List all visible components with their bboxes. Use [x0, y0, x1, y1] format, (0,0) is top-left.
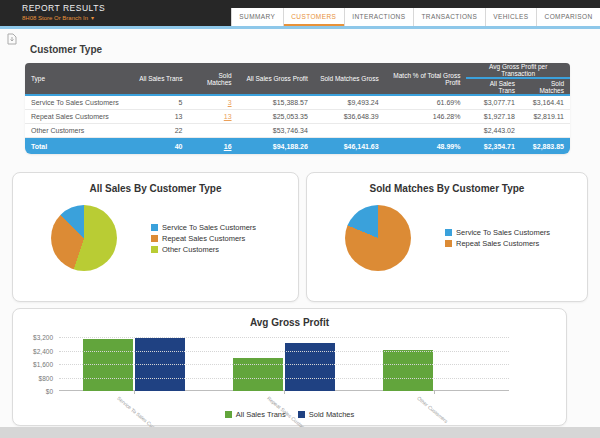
cell-value: $3,164.41 — [521, 96, 570, 110]
sold-matches-link[interactable]: 16 — [224, 143, 232, 150]
legend-label: Repeat Sales Customers — [162, 234, 245, 243]
avg-gross-profit-bar-card: Avg Gross Profit $3,200$2,400$1,600$800$… — [12, 308, 567, 426]
legend-item: Repeat Sales Customers — [151, 234, 256, 243]
bar — [383, 350, 433, 391]
legend-label: Sold Matches — [309, 410, 354, 419]
sold-matches-link[interactable]: 3 — [228, 99, 232, 106]
legend-label: Other Customers — [162, 245, 219, 254]
cell-value: $1,927.18 — [466, 110, 521, 124]
customer-type-table: Type All Sales Trans Sold Matches All Sa… — [25, 63, 570, 154]
cell-value: $2,883.85 — [521, 138, 570, 154]
export-icon[interactable] — [7, 31, 17, 43]
tab-transactions[interactable]: TRANSACTIONS — [413, 8, 485, 26]
cell-value: $94,188.26 — [238, 138, 314, 154]
col-header-match-pct: Match % of Total Gross Profit — [385, 63, 467, 96]
gridline — [59, 337, 509, 338]
cell-value: $2,443.02 — [466, 124, 521, 138]
cell-value: 13 — [129, 110, 189, 124]
cell-value — [314, 124, 385, 138]
cell-value: 5 — [129, 96, 189, 110]
bottom-band — [0, 427, 600, 438]
y-axis-label: $3,200 — [33, 334, 53, 341]
cell-value: 61.69% — [385, 96, 467, 110]
section-title: Customer Type — [30, 44, 102, 55]
report-results-page: REPORT RESULTS 8H08 Store Or Branch In ▾… — [0, 0, 600, 438]
subcol-header-all-sales-trans: All Sales Trans — [466, 79, 521, 96]
legend-item: Repeat Sales Customers — [445, 239, 550, 248]
total-label: Total — [25, 138, 129, 154]
col-header-all-sales-trans: All Sales Trans — [129, 63, 189, 96]
axis-tick — [134, 391, 135, 394]
legend-swatch — [151, 246, 158, 253]
pie-chart — [345, 205, 411, 271]
sold-matches-link[interactable]: 13 — [224, 113, 232, 120]
cell-value: $2,819.11 — [521, 110, 570, 124]
chart-title: Sold Matches By Customer Type — [307, 183, 587, 194]
pie-chart — [51, 205, 117, 271]
legend-item: Service To Sales Customers — [445, 228, 550, 237]
cell-value — [188, 124, 237, 138]
all-sales-pie-card: All Sales By Customer Type Service To Sa… — [12, 172, 299, 302]
gridline — [59, 351, 509, 352]
tab-customers[interactable]: CUSTOMERS — [283, 8, 344, 26]
gridline — [59, 364, 509, 365]
cell-value: $36,648.39 — [314, 110, 385, 124]
cell-value: 22 — [129, 124, 189, 138]
chart-legend: Service To Sales CustomersRepeat Sales C… — [445, 228, 550, 248]
cell-value: 146.28% — [385, 110, 467, 124]
col-group-avg-gross-profit: Avg Gross Profit per Transaction — [466, 63, 570, 79]
tab-vehicles[interactable]: VEHICLES — [485, 8, 536, 26]
table-total-row: Total 40 16 $94,188.26 $46,141.63 48.99%… — [25, 138, 570, 154]
cell-value: $25,053.35 — [238, 110, 314, 124]
cell-value: $3,077.71 — [466, 96, 521, 110]
report-tabs: SUMMARY CUSTOMERS INTERACTIONS TRANSACTI… — [231, 8, 600, 26]
legend-label: Repeat Sales Customers — [456, 239, 539, 248]
legend-label: Service To Sales Customers — [456, 228, 550, 237]
header-accent-line — [0, 26, 600, 29]
cell-value: $53,746.34 — [238, 124, 314, 138]
legend-swatch — [151, 224, 158, 231]
y-axis-label: $2,400 — [33, 348, 53, 355]
table-row: Service To Sales Customers 5 3 $15,388.5… — [25, 96, 570, 110]
tab-comparison[interactable]: COMPARISON — [536, 8, 600, 26]
legend-swatch — [445, 229, 452, 236]
tab-interactions[interactable]: INTERACTIONS — [344, 8, 413, 26]
cell-value: 40 — [129, 138, 189, 154]
y-axis-label: $1,600 — [33, 361, 53, 368]
cell-value: $2,354.71 — [466, 138, 521, 154]
chart-title: All Sales By Customer Type — [13, 183, 298, 194]
bar-plot-area: Service To Sales CustomersRepeat Sales C… — [59, 337, 509, 391]
y-axis: $3,200$2,400$1,600$800$0 — [13, 337, 59, 391]
legend-item: Service To Sales Customers — [151, 223, 256, 232]
row-type: Repeat Sales Customers — [25, 110, 129, 124]
row-type: Service To Sales Customers — [25, 96, 129, 110]
legend-swatch — [151, 235, 158, 242]
table-row: Repeat Sales Customers 13 13 $25,053.35 … — [25, 110, 570, 124]
col-header-sold-matches-gross: Sold Matches Gross — [314, 63, 385, 96]
legend-swatch — [445, 240, 452, 247]
legend-item: Sold Matches — [298, 410, 354, 419]
chart-title: Avg Gross Profit — [13, 317, 566, 328]
cell-value — [521, 124, 570, 138]
table-row: Other Customers 22 $53,746.34 $2,443.02 — [25, 124, 570, 138]
gridline — [59, 378, 509, 379]
tab-summary[interactable]: SUMMARY — [232, 8, 283, 26]
row-type: Other Customers — [25, 124, 129, 138]
legend-label: Service To Sales Customers — [162, 223, 256, 232]
legend-label: All Sales Trans — [236, 410, 286, 419]
col-header-all-sales-gross-profit: All Sales Gross Profit — [238, 63, 314, 96]
sold-matches-pie-card: Sold Matches By Customer Type Service To… — [306, 172, 588, 302]
legend-item: All Sales Trans — [225, 410, 286, 419]
y-axis-label: $0 — [46, 388, 53, 395]
report-scope-dropdown[interactable]: 8H08 Store Or Branch In ▾ — [22, 14, 105, 21]
bar — [83, 339, 133, 391]
subcol-header-sold-matches: Sold Matches — [521, 79, 570, 96]
chevron-down-icon: ▾ — [91, 14, 94, 21]
chart-legend: Service To Sales CustomersRepeat Sales C… — [151, 223, 256, 254]
col-header-type: Type — [25, 63, 129, 96]
legend-item: Other Customers — [151, 245, 256, 254]
y-axis-label: $800 — [39, 375, 53, 382]
legend-swatch — [298, 411, 305, 418]
report-scope-label: 8H08 Store Or Branch In — [22, 15, 88, 21]
page-title: REPORT RESULTS — [22, 3, 105, 13]
